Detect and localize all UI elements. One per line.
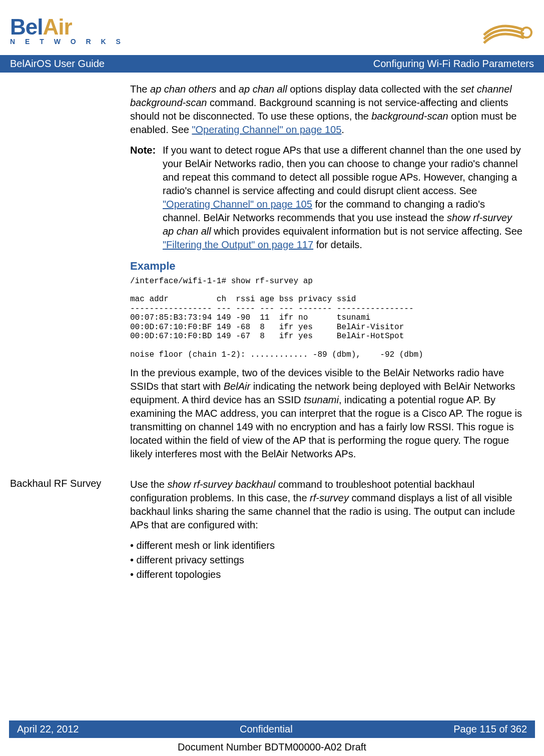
bullet-list: different mesh or link identifiers diffe…: [130, 539, 524, 581]
guide-title: BelAirOS User Guide: [10, 58, 105, 70]
paragraph-intro: The ap chan others and ap chan all optio…: [130, 83, 524, 137]
footer-date: April 22, 2012: [17, 723, 79, 735]
list-item: different mesh or link identifiers: [130, 539, 524, 552]
section-heading-backhaul: Backhaul RF Survey: [10, 478, 130, 489]
belair-logo: BelAir N E T W O R K S: [10, 15, 125, 46]
list-item: different topologies: [130, 568, 524, 581]
logo-air-text: Air: [43, 15, 72, 39]
footer-bar: April 22, 2012 Confidential Page 115 of …: [9, 720, 535, 738]
title-bar: BelAirOS User Guide Configuring Wi-Fi Ra…: [0, 55, 544, 73]
logo-networks-text: N E T W O R K S: [10, 38, 125, 46]
wave-icon: [479, 10, 534, 50]
note-block: Note: If you want to detect rogue APs th…: [130, 144, 524, 252]
paragraph-backhaul: Use the show rf-survey backhaul command …: [130, 478, 524, 532]
document-number: Document Number BDTM00000-A02 Draft: [0, 741, 544, 753]
link-operating-channel-1[interactable]: "Operating Channel" on page 105: [192, 124, 341, 135]
footer-confidential: Confidential: [240, 723, 293, 735]
link-operating-channel-2[interactable]: "Operating Channel" on page 105: [163, 199, 312, 210]
list-item: different privacy settings: [130, 553, 524, 567]
example-heading: Example: [130, 259, 524, 274]
footer-page: Page 115 of 362: [453, 723, 527, 735]
code-block: /interface/wifi-1-1# show rf-survey ap m…: [130, 277, 524, 360]
logo-bel-text: Bel: [10, 15, 43, 39]
chapter-title: Configuring Wi-Fi Radio Parameters: [373, 58, 534, 70]
link-filtering-output[interactable]: "Filtering the Output" on page 117: [163, 239, 313, 250]
paragraph-example-explain: In the previous example, two of the devi…: [130, 366, 524, 461]
page-header: BelAir N E T W O R K S: [0, 0, 544, 55]
note-label: Note:: [130, 144, 163, 252]
